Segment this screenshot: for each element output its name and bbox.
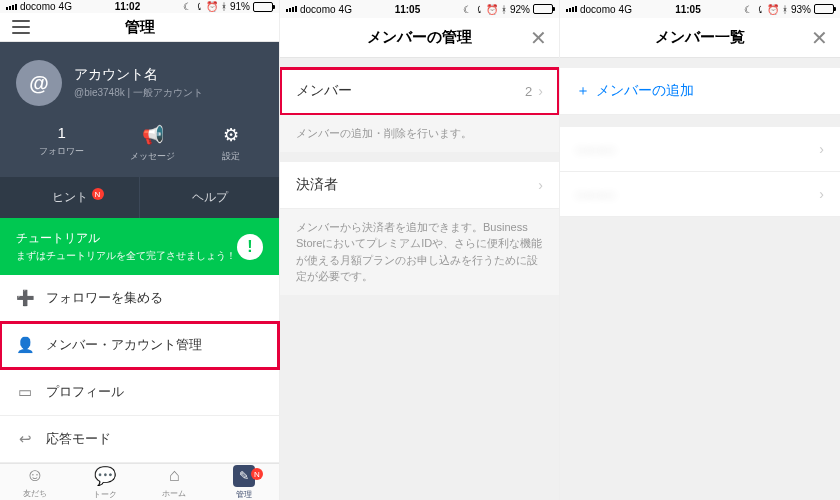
battery-icon [253,2,273,12]
chat-icon: 💬 [94,465,116,487]
menu-response[interactable]: ↩ 応答モード [0,416,279,463]
plus-icon: ＋ [576,82,590,100]
chevron-right-icon: › [819,186,824,202]
gear-icon: ⚙ [223,124,239,146]
account-id: @bie3748k | 一般アカウント [74,86,203,100]
members-icon: 👤 [16,336,34,354]
network: 4G [59,1,72,12]
person-icon: ☺ [26,465,44,486]
tab-manage[interactable]: ✎ 管理 N [209,464,279,500]
tab-home[interactable]: ⌂ ホーム [140,464,210,500]
battery-icon [533,4,553,14]
status-bar: docomo 4G 11:02 ☾ ⤹ ⏰ ᚼ 91% [0,0,279,13]
nav-title: メンバーの管理 [367,28,472,47]
nav-bar: メンバーの管理 ✕ [280,18,559,58]
row-member[interactable]: メンバー 2› [280,68,559,115]
new-badge: N [92,188,104,200]
alarm-icon: ⏰ [206,1,218,12]
payer-note: メンバーから決済者を追加できます。Business Storeにおいてプレミアム… [280,209,559,295]
bluetooth-icon: ᚼ [221,1,227,12]
row-payer[interactable]: 決済者 › [280,162,559,209]
screen-manage: docomo 4G 11:02 ☾ ⤹ ⏰ ᚼ 91% 管理 @ アカウント名 … [0,0,280,500]
home-icon: ⌂ [169,465,180,486]
signal-icon [286,6,297,12]
response-icon: ↩ [16,430,34,448]
chevron-right-icon: › [819,141,824,157]
nav-bar: メンバー一覧 ✕ [560,18,840,58]
close-button[interactable]: ✕ [530,26,547,50]
status-bar: docomo 4G 11:05 ☾ ⤹ ⏰ ᚼ 92% [280,0,559,18]
megaphone-icon: 📢 [142,124,164,146]
alarm-icon: ⏰ [486,4,498,15]
member-row[interactable]: ——— › [560,127,840,172]
new-badge: N [251,468,263,480]
status-bar: docomo 4G 11:05 ☾ ⤹ ⏰ ᚼ 93% [560,0,840,18]
avatar[interactable]: @ [16,60,62,106]
followers-icon: ➕ [16,289,34,307]
member-name: ——— [576,142,615,157]
chevron-right-icon: › [538,177,543,193]
alarm-icon: ⏰ [767,4,779,15]
signal-icon [566,6,577,12]
stat-settings[interactable]: ⚙ 設定 [222,124,240,163]
profile-section: @ アカウント名 @bie3748k | 一般アカウント 1 フォロワー 📢 メ… [0,42,279,177]
battery-icon [814,4,834,14]
add-member-button[interactable]: ＋ メンバーの追加 [560,68,840,115]
signal-icon [6,4,17,10]
close-icon: ✕ [530,27,547,49]
lock-icon: ⤹ [475,4,483,15]
lock-icon: ⤹ [756,4,764,15]
menu-list: ➕ フォロワーを集める 👤 メンバー・アカウント管理 ▭ プロフィール ↩ 応答… [0,275,279,463]
hamburger-icon [12,20,30,34]
menu-profile[interactable]: ▭ プロフィール [0,369,279,416]
close-button[interactable]: ✕ [811,26,828,50]
tutorial-banner[interactable]: チュートリアル まずはチュートリアルを全て完了させましょう！ ! [0,218,279,275]
tutorial-title: チュートリアル [16,230,236,247]
clock: 11:02 [115,1,141,12]
nav-title: メンバー一覧 [655,28,745,47]
screen-member-list: docomo 4G 11:05 ☾ ⤹ ⏰ ᚼ 93% メンバー一覧 ✕ ＋ メ… [560,0,840,500]
close-icon: ✕ [811,27,828,49]
menu-members[interactable]: 👤 メンバー・アカウント管理 [0,322,279,369]
chevron-right-icon: › [538,83,543,99]
battery-pct: 91% [230,1,250,12]
clock: 11:05 [395,4,421,15]
nav-title: 管理 [125,18,155,37]
screen-member-manage: docomo 4G 11:05 ☾ ⤹ ⏰ ᚼ 92% メンバーの管理 ✕ メン… [280,0,560,500]
tab-talk[interactable]: 💬 トーク [70,464,140,500]
stat-followers[interactable]: 1 フォロワー [39,124,84,163]
bluetooth-icon: ᚼ [501,4,507,15]
dark-buttons: ヒント N ヘルプ [0,177,279,218]
nav-bar: 管理 [0,13,279,42]
member-name: ——— [576,187,615,202]
carrier: docomo [20,1,56,12]
menu-followers[interactable]: ➕ フォロワーを集める [0,275,279,322]
help-button[interactable]: ヘルプ [140,177,279,218]
hint-button[interactable]: ヒント N [0,177,140,218]
member-note: メンバーの追加・削除を行います。 [280,115,559,152]
exclamation-icon: ! [237,234,263,260]
menu-button[interactable] [12,20,30,34]
member-row[interactable]: ——— › [560,172,840,217]
tab-bar: ☺ 友だち 💬 トーク ⌂ ホーム ✎ 管理 N [0,463,279,500]
clock: 11:05 [675,4,701,15]
moon-icon: ☾ [463,4,472,15]
tutorial-sub: まずはチュートリアルを全て完了させましょう！ [16,249,236,263]
stat-message[interactable]: 📢 メッセージ [130,124,175,163]
tab-friends[interactable]: ☺ 友だち [0,464,70,500]
account-name: アカウント名 [74,66,203,84]
moon-icon: ☾ [744,4,753,15]
lock-icon: ⤹ [195,1,203,12]
profile-icon: ▭ [16,383,34,401]
moon-icon: ☾ [183,1,192,12]
bluetooth-icon: ᚼ [782,4,788,15]
